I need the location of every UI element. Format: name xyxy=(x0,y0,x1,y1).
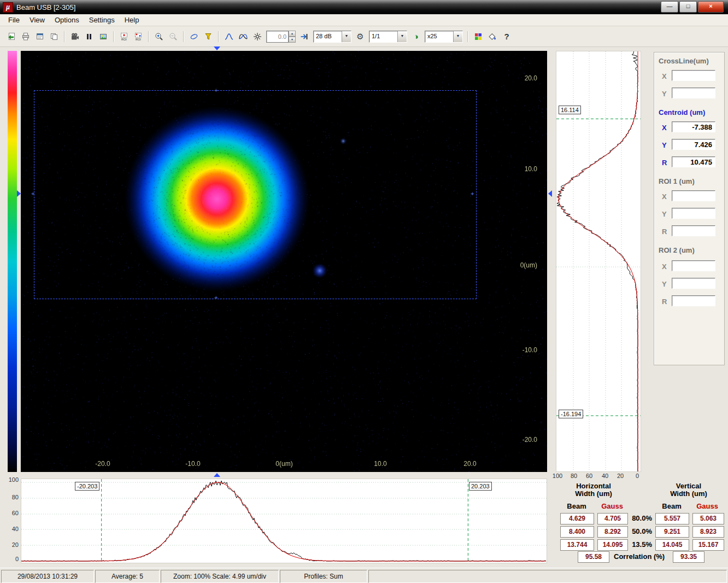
menubar: File View Options Settings Help xyxy=(0,14,728,26)
display-zoom-value: x25 xyxy=(425,31,453,42)
palette-button[interactable] xyxy=(472,31,485,43)
horizontal-clip-marker-left[interactable]: -20.203 xyxy=(75,482,99,491)
copy-button[interactable] xyxy=(48,31,61,43)
toolbar-separator xyxy=(183,31,184,42)
y-axis-tick: 0(um) xyxy=(510,261,537,269)
menu-help[interactable]: Help xyxy=(120,15,144,25)
menu-view[interactable]: View xyxy=(25,15,50,25)
camera-button[interactable] xyxy=(68,31,81,43)
display-zoom-dropdown[interactable]: x25 ▼ xyxy=(425,31,463,43)
horizontal-clip-marker-right[interactable]: 20.203 xyxy=(469,482,492,491)
spin-down-icon[interactable]: ▼ xyxy=(289,37,296,43)
maximize-button[interactable]: □ xyxy=(679,1,697,13)
contrast-button[interactable]: ◑ xyxy=(409,31,422,43)
centroid-r-value: 10.475 xyxy=(672,156,715,167)
crossline-y-label: Y xyxy=(662,90,667,98)
h-profile-axis-tick: 0 xyxy=(3,556,19,562)
h-gauss-50: 8.292 xyxy=(597,526,628,538)
export-image-button[interactable] xyxy=(5,31,18,43)
spin-up-icon[interactable]: ▲ xyxy=(289,31,296,37)
gain-dropdown[interactable]: 28 dB ▼ xyxy=(313,31,351,43)
roi1-title: ROI 1 (um) xyxy=(659,177,721,185)
h-gauss-80: 4.705 xyxy=(597,513,628,524)
roi-2-button[interactable]: ROI xyxy=(132,31,145,43)
v-profile-axis-tick: 60 xyxy=(583,473,596,479)
auto-exposure-button[interactable] xyxy=(298,31,311,43)
crossline-x-value xyxy=(672,70,715,81)
roi-handle-left[interactable]: + xyxy=(31,191,34,196)
ellipse-button[interactable] xyxy=(187,31,201,43)
h-profile-axis-tick: 80 xyxy=(3,494,19,500)
background-subtract-button[interactable] xyxy=(202,31,215,43)
help-button[interactable]: ? xyxy=(500,31,513,43)
crosshair-marker-top[interactable] xyxy=(214,46,220,50)
svg-text:ROI: ROI xyxy=(136,38,141,41)
v-beam-header: Beam xyxy=(655,502,688,510)
centroid-title: Centroid (um) xyxy=(659,108,721,116)
v-gauss-50: 8.923 xyxy=(692,526,724,538)
minimize-button[interactable]: — xyxy=(661,1,678,13)
vertical-clip-marker-lower[interactable]: -16.194 xyxy=(559,410,583,418)
h-beam-80: 4.629 xyxy=(560,513,594,524)
centroid-r-label: R xyxy=(662,159,667,167)
status-average: Average: 5 xyxy=(95,570,160,583)
dropdown-arrow-icon[interactable]: ▼ xyxy=(342,31,351,42)
image-button[interactable] xyxy=(97,31,110,43)
roi-handle-bottom[interactable]: + xyxy=(214,295,218,300)
pct-80: 80.0% xyxy=(630,514,652,522)
roi-1-button[interactable]: ROI xyxy=(118,31,131,43)
roi-rectangle[interactable] xyxy=(34,90,477,299)
centroid-x-label: X xyxy=(662,124,667,132)
y-axis-tick: -20.0 xyxy=(510,436,537,444)
centroid-x-value: -7.388 xyxy=(672,121,715,132)
close-button[interactable]: × xyxy=(698,1,724,13)
vertical-profile-plot xyxy=(556,51,641,471)
y-axis-tick: -10.0 xyxy=(510,346,537,354)
roi1-y-label: Y xyxy=(662,210,667,218)
crossed-profiles-button[interactable] xyxy=(237,31,250,43)
roi2-x-value xyxy=(672,260,715,271)
app-icon: µ xyxy=(3,2,13,13)
roi1-x-value xyxy=(672,190,715,201)
roi2-y-label: Y xyxy=(662,280,667,288)
crosshair-marker-right[interactable] xyxy=(548,190,552,197)
gauss-fit-button[interactable] xyxy=(222,31,236,43)
color-scale-bar xyxy=(8,51,17,472)
correlation-h-value: 95.58 xyxy=(578,551,609,563)
menu-settings[interactable]: Settings xyxy=(84,15,120,25)
vertical-clip-marker-upper[interactable]: 16.114 xyxy=(559,106,581,114)
crosshair-marker-left[interactable] xyxy=(17,190,21,197)
h-profile-axis-tick: 100 xyxy=(3,476,19,483)
dropdown-arrow-icon[interactable]: ▼ xyxy=(453,31,462,42)
v-gauss-header: Gauss xyxy=(692,502,722,510)
zoom-out-button[interactable] xyxy=(167,31,180,43)
exposure-input[interactable] xyxy=(266,31,289,43)
print-button[interactable] xyxy=(19,31,32,43)
v-profile-axis-tick: 0 xyxy=(631,473,644,479)
ratio-dropdown[interactable]: 1/1 ▼ xyxy=(369,31,407,43)
help-icon: ? xyxy=(504,32,509,40)
centroid-marker-button[interactable] xyxy=(251,31,264,43)
roi-handle-right[interactable]: + xyxy=(471,191,474,196)
roi-handle-top[interactable]: + xyxy=(214,88,218,93)
menu-options[interactable]: Options xyxy=(50,15,84,25)
window-title: Beam USB [2-305] xyxy=(16,3,75,11)
window-controls: — □ × xyxy=(661,1,724,13)
roi2-r-value xyxy=(672,295,715,306)
zoom-in-button[interactable] xyxy=(152,31,166,43)
menu-file[interactable]: File xyxy=(3,15,25,25)
x-axis-tick: -10.0 xyxy=(181,460,205,468)
roi1-r-label: R xyxy=(662,228,667,236)
properties-button[interactable] xyxy=(33,31,46,43)
pause-button[interactable] xyxy=(83,31,96,43)
x-axis-tick: 10.0 xyxy=(368,460,392,468)
gear-button[interactable]: ⚙ xyxy=(354,31,367,43)
dropdown-arrow-icon[interactable]: ▼ xyxy=(397,31,407,42)
paint-button[interactable] xyxy=(486,31,499,43)
exposure-spinner: ▲ ▼ xyxy=(289,31,296,43)
vertical-width-title: Vertical Width (um) xyxy=(655,482,722,498)
roi2-title: ROI 2 (um) xyxy=(659,246,721,254)
crosshair-marker-bottom[interactable] xyxy=(214,473,220,477)
crossline-y-value xyxy=(672,88,715,98)
h-gauss-13: 14.095 xyxy=(597,539,628,551)
